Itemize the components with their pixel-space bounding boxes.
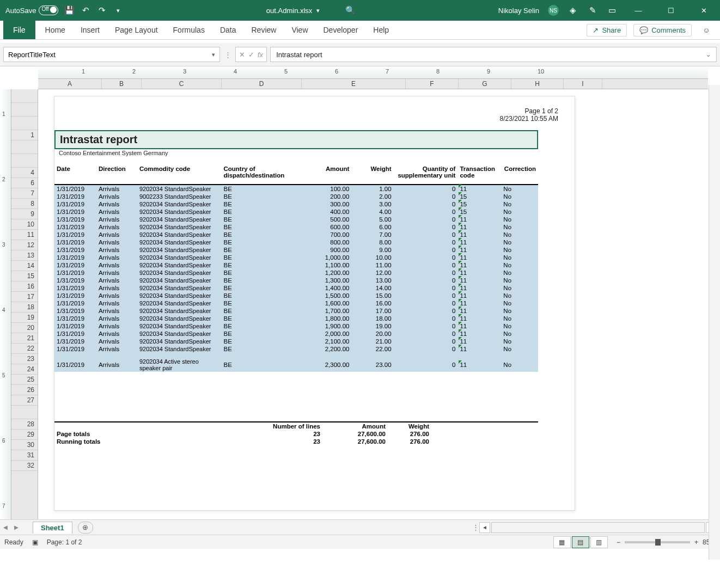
autosave-toggle[interactable]: Off (39, 5, 58, 15)
col-txn[interactable]: Transaction code (457, 164, 501, 185)
ribbon-tab-help[interactable]: Help (365, 21, 396, 39)
row-header[interactable]: 20 (11, 323, 38, 333)
table-row[interactable]: 1/31/2019Arrivals9202034 StandardSpeaker… (54, 345, 538, 353)
feedback-icon[interactable]: ☺ (698, 26, 715, 34)
col-correction[interactable]: Correction (501, 164, 538, 185)
normal-view-button[interactable]: ▦ (553, 536, 571, 548)
table-row[interactable]: 1/31/2019Arrivals9202034 StandardSpeaker… (54, 238, 538, 246)
row-header[interactable] (11, 103, 38, 117)
table-row[interactable]: 1/31/2019Arrivals9202034 StandardSpeaker… (54, 261, 538, 269)
row-header[interactable] (11, 140, 38, 154)
vertical-scrollbar[interactable] (709, 85, 720, 560)
table-row[interactable]: 1/31/2019Arrivals9202034 StandardSpeaker… (54, 307, 538, 315)
row-header[interactable]: 15 (11, 271, 38, 281)
comments-button[interactable]: 💬Comments (633, 24, 692, 36)
ribbon-tab-view[interactable]: View (284, 21, 315, 39)
table-row[interactable]: 1/31/2019Arrivals9202034 StandardSpeaker… (54, 299, 538, 307)
row-headers[interactable]: 1467891011121314151617181920212223242526… (11, 89, 38, 519)
table-row[interactable]: 1/31/2019Arrivals9202034 StandardSpeaker… (54, 269, 538, 277)
undo-icon[interactable]: ↶ (80, 5, 91, 16)
col-commodity[interactable]: Commodity code (137, 164, 222, 185)
col-qty[interactable]: Quantity ofsupplementary unit (394, 164, 458, 185)
selected-cell[interactable]: Intrastat report (54, 130, 538, 149)
table-row[interactable]: 1/31/2019Arrivals9202034 StandardSpeaker… (54, 322, 538, 330)
col-amount[interactable]: Amount (300, 164, 352, 185)
name-box-dropdown-icon[interactable]: ▾ (212, 51, 215, 58)
col-header-B[interactable]: B (102, 79, 142, 89)
row-header[interactable]: 19 (11, 313, 38, 323)
col-header-A[interactable]: A (38, 79, 102, 89)
ribbon-tab-page-layout[interactable]: Page Layout (107, 21, 166, 39)
user-avatar[interactable]: NS (548, 5, 559, 16)
table-row[interactable]: 1/31/2019Arrivals9202034 Active stereo s… (54, 353, 538, 372)
row-header[interactable]: 7 (11, 188, 38, 199)
macro-recorder-icon[interactable]: ▣ (32, 538, 38, 546)
column-headers[interactable]: ABCDEFGHI (38, 79, 708, 89)
document-title[interactable]: out.Admin.xlsx (266, 7, 313, 15)
tab-nav-right-icon[interactable]: ► (11, 523, 22, 531)
maximize-button[interactable]: ☐ (659, 0, 683, 21)
page-layout-view-button[interactable]: ▤ (572, 536, 589, 548)
save-icon[interactable]: 💾 (64, 5, 75, 16)
row-header[interactable]: 1 (11, 130, 38, 140)
row-header[interactable]: 18 (11, 302, 38, 313)
table-row[interactable]: 1/31/2019Arrivals9202034 StandardSpeaker… (54, 208, 538, 216)
formula-expand-icon[interactable]: ⌄ (706, 51, 711, 58)
row-header[interactable] (11, 89, 38, 103)
row-header[interactable]: 31 (11, 450, 38, 461)
add-sheet-button[interactable]: ⊕ (78, 522, 93, 534)
row-header[interactable]: 13 (11, 250, 38, 261)
row-header[interactable]: 16 (11, 281, 38, 292)
row-header[interactable]: 11 (11, 230, 38, 240)
row-header[interactable]: 17 (11, 292, 38, 302)
ribbon-tab-file[interactable]: File (3, 21, 35, 39)
minimize-button[interactable]: — (626, 0, 650, 21)
table-row[interactable]: 1/31/2019Arrivals9202034 StandardSpeaker… (54, 292, 538, 299)
ribbon-tab-insert[interactable]: Insert (73, 21, 107, 39)
ribbon-tab-data[interactable]: Data (212, 21, 244, 39)
formula-input[interactable]: Intrastat report ⌄ (270, 47, 717, 62)
row-header[interactable] (11, 154, 38, 168)
tab-nav-left-icon[interactable]: ◄ (0, 523, 11, 531)
row-header[interactable]: 12 (11, 240, 38, 250)
table-row[interactable]: 1/31/2019Arrivals9202034 StandardSpeaker… (54, 185, 538, 193)
row-header[interactable]: 24 (11, 364, 38, 375)
row-header[interactable]: 8 (11, 199, 38, 209)
ribbon-tab-formulas[interactable]: Formulas (166, 21, 212, 39)
zoom-in-button[interactable]: + (694, 538, 698, 546)
close-button[interactable]: ✕ (692, 0, 716, 21)
col-date[interactable]: Date (54, 164, 96, 185)
row-header[interactable]: 29 (11, 430, 38, 440)
qat-dropdown-icon[interactable]: ▾ (113, 5, 124, 16)
autosave[interactable]: AutoSave Off (5, 5, 58, 15)
page-break-view-button[interactable]: ▥ (590, 536, 608, 548)
row-header[interactable]: 28 (11, 419, 38, 430)
ribbon-tab-home[interactable]: Home (38, 21, 73, 39)
diamond-icon[interactable]: ◈ (568, 5, 578, 16)
accept-formula-icon[interactable]: ✓ (248, 51, 254, 59)
col-header-G[interactable]: G (459, 79, 511, 89)
row-header[interactable]: 26 (11, 385, 38, 395)
row-header[interactable]: 30 (11, 440, 38, 450)
table-row[interactable]: 1/31/2019Arrivals9002233 StandardSpeaker… (54, 193, 538, 200)
row-header[interactable]: 23 (11, 354, 38, 364)
col-header-D[interactable]: D (222, 79, 302, 89)
table-row[interactable]: 1/31/2019Arrivals9202034 StandardSpeaker… (54, 277, 538, 284)
col-header-F[interactable]: F (406, 79, 459, 89)
search-icon[interactable]: 🔍 (345, 5, 356, 16)
row-header[interactable]: 21 (11, 333, 38, 344)
row-header[interactable]: 6 (11, 178, 38, 188)
col-country[interactable]: Country of dispatch/destination (221, 164, 299, 185)
table-row[interactable]: 1/31/2019Arrivals9202034 StandardSpeaker… (54, 223, 538, 231)
share-button[interactable]: ↗Share (587, 24, 627, 36)
table-row[interactable]: 1/31/2019Arrivals9202034 StandardSpeaker… (54, 231, 538, 238)
row-header[interactable]: 22 (11, 344, 38, 354)
cancel-formula-icon[interactable]: ✕ (239, 51, 245, 59)
row-header[interactable]: 32 (11, 461, 38, 471)
table-row[interactable]: 1/31/2019Arrivals9202034 StandardSpeaker… (54, 254, 538, 261)
col-header-I[interactable]: I (564, 79, 602, 89)
tabstrip-divider[interactable]: ⋮ (472, 523, 479, 531)
col-header-H[interactable]: H (511, 79, 564, 89)
sheet-tab-1[interactable]: Sheet1 (33, 522, 72, 534)
col-weight[interactable]: Weight (351, 164, 393, 185)
